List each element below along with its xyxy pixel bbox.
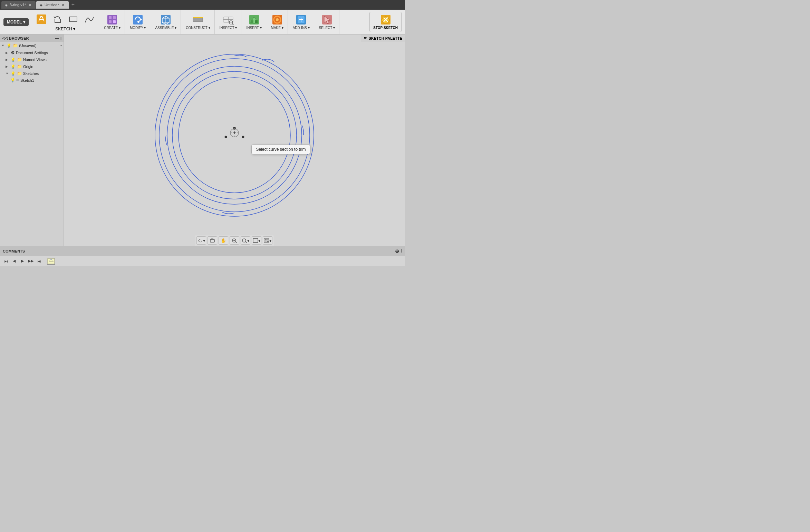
tree-item-origin[interactable]: ▶ 💡 📁 Origin [0,63,64,70]
make-icon [272,14,283,25]
tab-close-3ring[interactable]: ✕ [28,3,32,7]
tab-bar: ◈ 3-ring v1* ✕ ◈ Untitled* ✕ + [0,0,405,10]
create-section: CREATE ▾ [100,10,125,34]
svg-line-50 [235,242,237,243]
sketch-pencil-icon [36,14,47,25]
origin-label: Origin [23,65,62,69]
eye-icon-origin[interactable]: 💡 [11,65,16,69]
svg-rect-20 [255,20,258,23]
inspect-label: INSPECT ▾ [220,26,237,30]
addins-button[interactable]: ADD-INS ▾ [291,13,312,31]
addins-section: ADD-INS ▾ [289,10,314,34]
timeline-end-button[interactable]: ⏭ [36,258,42,264]
vp-navigate-button[interactable]: ▾ [196,236,206,245]
vp-zoom-button[interactable]: ▾ [241,236,250,245]
timeline-prev-button[interactable]: ◀ [11,258,17,264]
svg-point-37 [179,78,290,193]
insert-button[interactable]: INSERT ▾ [244,13,263,31]
svg-rect-3 [109,16,112,19]
viewport-bottom-toolbar: ▾ ✋ ▾ [195,235,274,246]
sketch-group [34,13,97,26]
modify-section: MODIFY ▾ [126,10,150,34]
doc-settings-label: Document Settings [16,51,62,55]
comments-resize-icon[interactable]: | [401,248,402,254]
tree-item-sketch1[interactable]: 💡 ✏ Sketch1 [0,77,64,83]
browser-back-icon[interactable]: ◁◁ [2,36,8,40]
viewport[interactable]: ✏ SKETCH PALETTE [64,35,405,246]
timeline-fast-forward-button[interactable]: ▶▶ [28,258,34,264]
svg-rect-57 [265,239,267,240]
tab-close-untitled[interactable]: ✕ [61,3,65,7]
sketch-curve-button[interactable] [81,13,97,26]
svg-point-33 [155,54,314,216]
inspect-section: INSPECT ▾ [215,10,242,34]
sketch-label: SKETCH ▾ [55,27,75,31]
svg-rect-2 [107,15,117,24]
insert-label: INSERT ▾ [246,26,261,30]
eye-icon-sketch1[interactable]: 💡 [10,78,15,82]
svg-point-23 [276,18,279,21]
modify-button[interactable]: MODIFY ▾ [128,13,148,31]
comments-add-icon[interactable]: ⊕ [395,248,399,254]
svg-point-35 [167,66,302,204]
folder-icon-root: 📁 [12,43,18,48]
select-button[interactable]: SELECT ▾ [317,13,337,31]
tab-3ring[interactable]: ◈ 3-ring v1* ✕ [1,1,36,9]
timeline-sketch-item[interactable] [47,258,55,265]
make-label: MAKE ▾ [271,26,283,30]
inspect-icon [223,14,234,25]
timeline-start-button[interactable]: ⏮ [3,258,9,264]
vp-render-button[interactable]: ▾ [263,236,272,245]
tree-item-root[interactable]: ▼ 💡 📁 (Unsaved) ● [0,42,64,49]
sketches-label: Sketches [23,71,62,76]
sketch-curve-icon [84,14,95,25]
svg-point-53 [242,239,246,242]
browser-resize-icon[interactable]: | [60,36,61,40]
vp-home-button[interactable] [208,236,217,245]
create-button[interactable]: CREATE ▾ [102,13,123,31]
vp-zoom-in-button[interactable] [230,236,239,245]
sketch-draw-button[interactable] [34,13,49,26]
make-section: MAKE ▾ [267,10,288,34]
insert-section: INSERT ▾ [242,10,266,34]
vp-pan-button[interactable]: ✋ [219,236,228,245]
addins-icon [296,14,307,25]
svg-rect-19 [251,20,253,23]
root-label: (Unsaved) [19,43,59,48]
tree-arrow-sketches[interactable]: ▼ [6,72,10,75]
comments-label: COMMENTS [3,249,25,253]
tree-arrow-doc[interactable]: ▶ [6,51,10,55]
browser-collapse-icon[interactable]: — [55,36,59,40]
select-section: SELECT ▾ [315,10,340,34]
browser-header: ◁◁ BROWSER — | [0,35,64,42]
svg-point-46 [225,136,227,138]
tree-arrow-origin[interactable]: ▶ [6,65,10,68]
eye-icon-root[interactable]: 💡 [7,43,11,48]
eye-icon-named-views[interactable]: 💡 [11,58,16,62]
eye-icon-sketches[interactable]: 💡 [11,71,16,76]
tab-add-button[interactable]: + [69,2,77,8]
inspect-button[interactable]: INSPECT ▾ [218,13,239,31]
assemble-button[interactable]: ASSEMBLE ▾ [153,13,179,31]
svg-point-47 [242,136,244,138]
sketch-undo-button[interactable] [50,13,65,26]
construct-button[interactable]: CONSTRUCT ▾ [184,13,212,31]
tree-item-named-views[interactable]: ▶ 💡 📁 Named Views [0,56,64,63]
make-button[interactable]: MAKE ▾ [269,13,286,31]
svg-line-17 [232,24,233,25]
sketch1-label: Sketch1 [20,78,62,82]
vp-display-mode-button[interactable]: ▾ [252,236,261,245]
sketch-rect-button[interactable] [66,13,81,26]
timeline-play-button[interactable]: ▶ [19,258,26,264]
svg-rect-4 [113,16,116,19]
tree-item-doc-settings[interactable]: ▶ ⚙ Document Settings [0,49,64,56]
svg-point-8 [137,21,139,23]
tab-untitled[interactable]: ◈ Untitled* ✕ [36,1,69,9]
tree-item-sketches[interactable]: ▼ 💡 📁 Sketches [0,70,64,77]
tree-arrow-root[interactable]: ▼ [1,44,6,47]
model-button[interactable]: MODEL ▾ [3,18,29,26]
sketch-edit-icon: ✏ [16,78,19,82]
stop-sketch-button[interactable]: STOP SKETCH [369,12,402,32]
tree-arrow-named-views[interactable]: ▶ [6,58,10,61]
svg-rect-5 [109,20,112,23]
